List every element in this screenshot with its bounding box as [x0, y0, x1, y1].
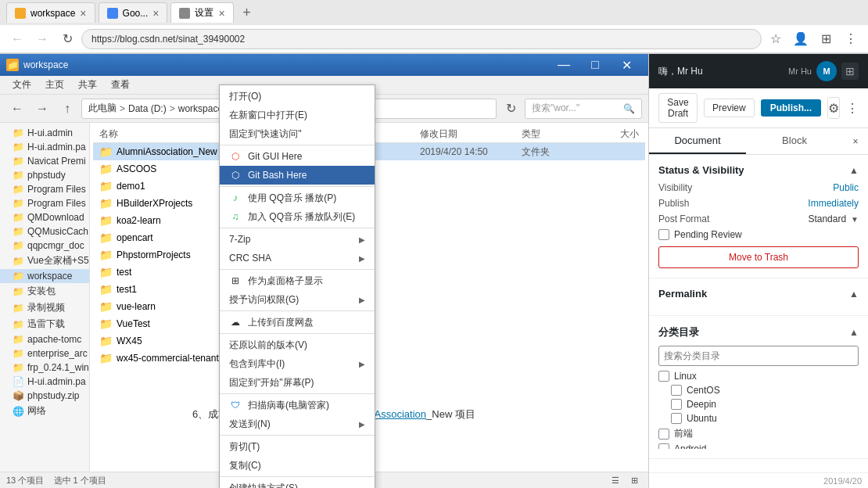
menu-button[interactable]: ⋮	[840, 28, 862, 50]
frontend-checkbox[interactable]	[658, 429, 669, 440]
android-checkbox[interactable]	[658, 443, 669, 449]
tab-workspace-close[interactable]: ×	[80, 7, 86, 20]
sidebar-item-program1[interactable]: 📁Program Files	[0, 182, 89, 196]
close-panel-button[interactable]: ×	[843, 128, 868, 154]
address-bar[interactable]: https://blog.csdn.net/sinat_39490002	[81, 29, 762, 49]
menu-home[interactable]: 主页	[39, 77, 70, 93]
tab-settings-close[interactable]: ×	[218, 7, 224, 20]
ctx-copy[interactable]: 复制(C)	[220, 456, 375, 475]
ctx-open-new-window[interactable]: 在新窗口中打开(E)	[220, 106, 375, 124]
minimize-button[interactable]: —	[548, 54, 579, 76]
reload-button[interactable]: ↻	[56, 28, 78, 50]
deepin-checkbox[interactable]	[671, 399, 682, 410]
tab-document[interactable]: Document	[649, 128, 746, 154]
move-to-trash-button[interactable]: Move to Trash	[658, 246, 859, 268]
sidebar-item-workspace[interactable]: 📁workspace	[0, 269, 89, 283]
sidebar-item-frp[interactable]: 📁frp_0.24.1_win	[0, 361, 89, 375]
category-search-input[interactable]	[658, 346, 859, 366]
exp-up-button[interactable]: ↑	[56, 98, 78, 120]
ctx-grant-access[interactable]: 授予访问权限(G) ▶	[220, 290, 375, 309]
list-view-button[interactable]: ☰	[608, 473, 623, 489]
permalink-toggle[interactable]: ▲	[849, 289, 859, 300]
refresh-button[interactable]: ↻	[500, 98, 522, 120]
tab-settings[interactable]: 设置 ×	[170, 2, 233, 23]
ctx-cut[interactable]: 剪切(T)	[220, 437, 375, 456]
sidebar-item-qqmusic[interactable]: 📁QQMusicCach	[0, 224, 89, 239]
sidebar-item-program2[interactable]: 📁Program Files	[0, 196, 89, 210]
search-bar[interactable]: 搜索"wor..." 🔍	[525, 99, 642, 119]
sidebar-item-h-ui-file[interactable]: 📄H-ui.admin.pa	[0, 375, 89, 389]
preview-button[interactable]: Preview	[704, 99, 755, 117]
breadcrumb-workspace[interactable]: workspace	[178, 103, 223, 114]
sidebar-item-h-ui-admin-pa[interactable]: 📁H-ui.admin.pa	[0, 140, 89, 154]
publish-button[interactable]: Publish...	[761, 99, 821, 117]
tab-google[interactable]: Goo... ×	[99, 2, 168, 23]
close-button[interactable]: ✕	[611, 54, 642, 76]
profile-button[interactable]: 👤	[790, 28, 812, 50]
forward-button[interactable]: →	[31, 28, 53, 50]
menu-view[interactable]: 查看	[105, 77, 136, 93]
sidebar-item-phpstudy-zip[interactable]: 📦phpstudy.zip	[0, 389, 89, 403]
col-type-header[interactable]: 类型	[522, 127, 584, 141]
ctx-restore-version[interactable]: 还原以前的版本(V)	[220, 336, 375, 354]
centos-checkbox[interactable]	[671, 385, 682, 396]
breadcrumb-computer[interactable]: 此电脑	[88, 102, 117, 115]
post-format-select[interactable]: Standard ▼	[808, 214, 859, 224]
new-tab-button[interactable]: +	[237, 2, 257, 23]
ctx-baidu-upload[interactable]: ☁ 上传到百度网盘	[220, 313, 375, 332]
ubuntu-checkbox[interactable]	[671, 413, 682, 424]
categories-toggle[interactable]: ▲	[849, 327, 859, 338]
sidebar-item-apache[interactable]: 📁apache-tomc	[0, 332, 89, 346]
menu-file[interactable]: 文件	[6, 77, 38, 93]
ctx-git-gui[interactable]: ⬡ Git GUI Here	[220, 147, 375, 166]
ctx-pin-quick[interactable]: 固定到"快速访问"	[220, 124, 375, 143]
sidebar-item-video[interactable]: 📁录制视频	[0, 300, 89, 316]
sidebar-item-network[interactable]: 🌐网络	[0, 403, 89, 419]
grid-view-button[interactable]: ⊞	[626, 473, 642, 489]
publish-value[interactable]: Immediately	[808, 198, 859, 209]
sidebar-item-xunlei[interactable]: 📁迅雷下载	[0, 316, 89, 332]
col-date-header[interactable]: 修改日期	[420, 127, 522, 141]
ctx-qq-play[interactable]: ♪ 使用 QQ音乐 播放(P)	[220, 188, 375, 207]
sidebar-item-vue[interactable]: 📁Vue全家桶+S5	[0, 253, 89, 269]
wp-admin-icon[interactable]: ⊞	[841, 63, 859, 80]
ctx-open[interactable]: 打开(O)	[220, 87, 375, 106]
ctx-scan-virus[interactable]: 🛡 扫描病毒(电脑管家)	[220, 396, 375, 414]
ctx-qq-queue[interactable]: ♫ 加入 QQ音乐 播放队列(E)	[220, 207, 375, 226]
linux-checkbox[interactable]	[658, 371, 669, 382]
save-draft-button[interactable]: Save Draft	[658, 93, 698, 123]
ctx-pin-start[interactable]: 固定到"开始"屏幕(P)	[220, 373, 375, 392]
sidebar-item-phpstudy[interactable]: 📁phpstudy	[0, 168, 89, 182]
tab-google-close[interactable]: ×	[152, 7, 159, 20]
ctx-desktop-grid[interactable]: ⊞ 作为桌面格子显示	[220, 271, 375, 290]
maximize-button[interactable]: □	[579, 54, 611, 76]
ctx-create-shortcut[interactable]: 创建快捷方式(S)	[220, 479, 375, 488]
bookmark-button[interactable]: ☆	[765, 28, 787, 50]
sidebar-item-navicat[interactable]: 📁Navicat Premi	[0, 154, 89, 168]
ctx-7zip[interactable]: 7-Zip ▶	[220, 230, 375, 249]
sidebar-item-qqpcmgr[interactable]: 📁qqpcmgr_doc	[0, 239, 89, 253]
col-size-header[interactable]: 大小	[584, 127, 639, 141]
ctx-git-bash[interactable]: ⬡ Git Bash Here	[220, 166, 375, 185]
sidebar-item-enterprise[interactable]: 📁enterprise_arc	[0, 346, 89, 361]
status-visibility-toggle[interactable]: ▲	[849, 165, 859, 176]
ctx-crc[interactable]: CRC SHA ▶	[220, 249, 375, 267]
exp-back-button[interactable]: ←	[6, 98, 28, 120]
sidebar-item-install[interactable]: 📁安装包	[0, 283, 89, 300]
more-button[interactable]: ⋮	[846, 101, 859, 116]
back-button[interactable]: ←	[6, 28, 28, 50]
tab-block[interactable]: Block	[746, 128, 843, 154]
menu-share[interactable]: 共享	[72, 77, 103, 93]
breadcrumb-drive[interactable]: Data (D:)	[128, 103, 167, 114]
ctx-include-library[interactable]: 包含到库中(I) ▶	[220, 354, 375, 373]
exp-forward-button[interactable]: →	[31, 98, 53, 120]
settings-button[interactable]: ⚙	[827, 97, 840, 119]
permalink-title: Permalink	[658, 288, 707, 300]
ctx-send-to[interactable]: 发送到(N) ▶	[220, 414, 375, 433]
extensions-button[interactable]: ⊞	[815, 28, 837, 50]
sidebar-item-h-ui-admin[interactable]: 📁H-ui.admin	[0, 126, 89, 140]
tab-workspace[interactable]: workspace ×	[6, 2, 95, 23]
pending-review-checkbox[interactable]	[658, 229, 669, 240]
sidebar-item-qmdownload[interactable]: 📁QMDownload	[0, 210, 89, 224]
visibility-value[interactable]: Public	[833, 182, 859, 193]
